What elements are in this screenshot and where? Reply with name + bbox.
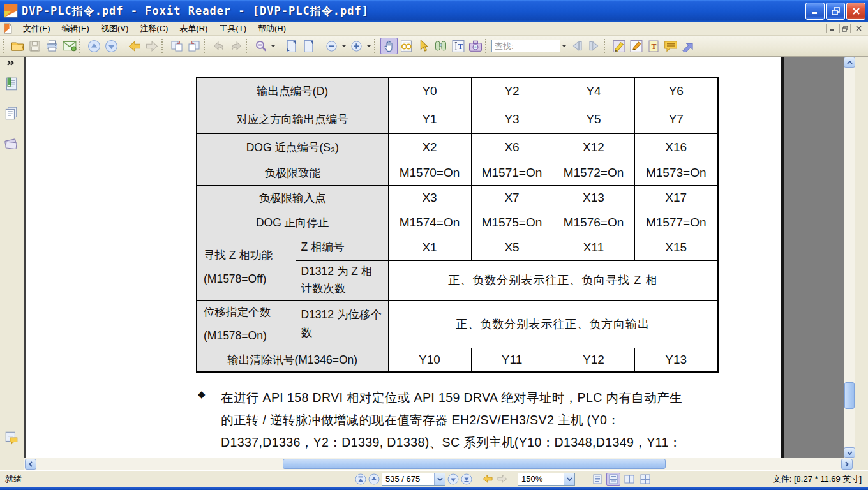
doc-close-icon (856, 26, 862, 31)
cell: Y12 (553, 348, 634, 372)
export-comments-button[interactable] (185, 38, 202, 54)
email-button[interactable] (61, 38, 78, 54)
toolbar-drag-handle[interactable] (604, 39, 608, 53)
toolbar-drag-handle[interactable] (246, 39, 250, 53)
cell: M1573=On (634, 161, 718, 185)
close-button[interactable] (846, 3, 865, 20)
typewriter-tool-button[interactable]: T (645, 38, 662, 54)
highlight-tool-button[interactable] (610, 38, 627, 54)
print-button[interactable] (43, 38, 61, 54)
zoom-dropdown-button[interactable] (564, 473, 574, 485)
redo-button[interactable] (227, 38, 244, 54)
hand-tool-button[interactable] (380, 38, 398, 54)
fit-page-button[interactable] (283, 38, 300, 54)
zoom-out-button[interactable] (323, 38, 340, 54)
scroll-up-button[interactable] (844, 57, 855, 68)
toolbar-drag-handle[interactable] (3, 39, 7, 53)
note-tool-button[interactable] (662, 38, 679, 54)
menu-edit[interactable]: 编辑(E) (56, 22, 95, 36)
select-annotation-button[interactable] (415, 38, 432, 54)
share-arrow-button[interactable] (679, 38, 696, 54)
open-button[interactable] (9, 38, 26, 54)
plus-circle-icon (350, 40, 363, 52)
magnifier-minus-icon (255, 40, 267, 52)
forward-arrow-icon (145, 40, 159, 52)
doc-minimize-icon (829, 26, 835, 31)
menu-forms[interactable]: 表单(R) (174, 22, 213, 36)
restore-button[interactable] (826, 3, 845, 20)
pages-panel-button[interactable] (2, 105, 20, 122)
menu-tools[interactable]: 工具(T) (213, 22, 252, 36)
next-page-button[interactable] (103, 38, 120, 54)
scroll-right-button[interactable] (841, 459, 853, 470)
minimize-button[interactable] (805, 3, 825, 20)
scroll-down-button[interactable] (844, 447, 855, 458)
sidebar-expand-button[interactable] (3, 58, 19, 68)
menu-view[interactable]: 视图(V) (95, 22, 134, 36)
previous-view-button[interactable] (482, 474, 494, 484)
find-input[interactable] (491, 40, 560, 52)
doc-close-button[interactable] (853, 24, 864, 33)
toolbar-drag-handle[interactable] (374, 39, 378, 53)
undo-icon (212, 40, 226, 52)
find-next-button[interactable] (585, 38, 602, 54)
doc-restore-button[interactable] (839, 24, 851, 33)
zoom-in-dropdown[interactable] (366, 45, 371, 47)
fit-width-button[interactable] (300, 38, 317, 54)
search-button[interactable] (432, 38, 449, 54)
page-number-box[interactable]: 535 / 675 (382, 473, 445, 486)
next-page-status-button[interactable] (447, 473, 459, 485)
horizontal-scroll-thumb[interactable] (283, 459, 666, 469)
page-dropdown-button[interactable] (434, 473, 445, 485)
menu-comments[interactable]: 注释(C) (134, 22, 174, 36)
find-dropdown[interactable] (562, 45, 567, 47)
single-page-layout-button[interactable] (590, 473, 604, 486)
svg-text:T: T (458, 43, 463, 50)
toolbar-drag-handle[interactable] (485, 39, 490, 53)
last-page-button[interactable] (461, 473, 472, 485)
scroll-left-button[interactable] (25, 459, 36, 470)
document-viewport[interactable]: 输出点编号(D) Y0 Y2 Y4 Y6 对应之方向输出点编号 Y1 Y3 Y5… (24, 57, 844, 458)
menu-file[interactable]: 文件(F) (17, 22, 56, 36)
save-button[interactable] (26, 38, 43, 54)
back-view-button[interactable] (126, 38, 143, 54)
bookmarks-panel-button[interactable] (2, 75, 20, 93)
pencil-tool-button[interactable] (627, 38, 645, 54)
snapshot-button[interactable] (467, 38, 484, 54)
facing-layout-button[interactable] (622, 473, 636, 486)
attachments-panel-button[interactable] (2, 134, 20, 152)
continuous-layout-button[interactable] (606, 473, 620, 486)
vertical-scrollbar[interactable] (844, 57, 855, 458)
scroll-corner-right (853, 458, 868, 470)
zoom-out-tool-button[interactable] (252, 38, 269, 54)
zoom-level-box[interactable]: 150% (518, 473, 575, 486)
reflow-tool-button[interactable] (398, 38, 415, 54)
import-comments-button[interactable] (168, 38, 185, 54)
previous-page-button[interactable] (86, 38, 103, 54)
toolbar-drag-handle[interactable] (161, 39, 166, 53)
chevron-right-icon (845, 461, 849, 467)
zoom-out-dropdown[interactable] (341, 45, 347, 47)
menu-help[interactable]: 帮助(H) (252, 22, 292, 36)
doc-minimize-button[interactable] (826, 24, 837, 33)
window-right-margin (855, 57, 868, 458)
previous-page-status-button[interactable] (368, 473, 380, 485)
zoom-tool-dropdown[interactable] (271, 45, 276, 47)
toolbar-drag-handle[interactable] (79, 39, 84, 53)
zoom-in-button[interactable] (348, 38, 365, 54)
next-view-button[interactable] (496, 474, 508, 484)
continuous-facing-layout-button[interactable] (638, 473, 652, 486)
toolbar-drag-handle[interactable] (204, 39, 208, 53)
first-page-button[interactable] (355, 473, 366, 485)
find-previous-button[interactable] (568, 38, 585, 54)
fit-page-icon (285, 40, 298, 53)
subrow-header: D1312 为位移个数 (296, 300, 388, 348)
horizontal-scrollbar[interactable] (24, 458, 853, 470)
comments-panel-button[interactable] (3, 429, 20, 447)
vertical-scroll-thumb[interactable] (844, 382, 855, 409)
forward-view-button[interactable] (143, 38, 160, 54)
select-text-button[interactable]: T (449, 38, 467, 54)
row-header: 负极限输入点 (197, 185, 388, 211)
page-up-circle-icon (87, 40, 101, 53)
undo-button[interactable] (210, 38, 227, 54)
